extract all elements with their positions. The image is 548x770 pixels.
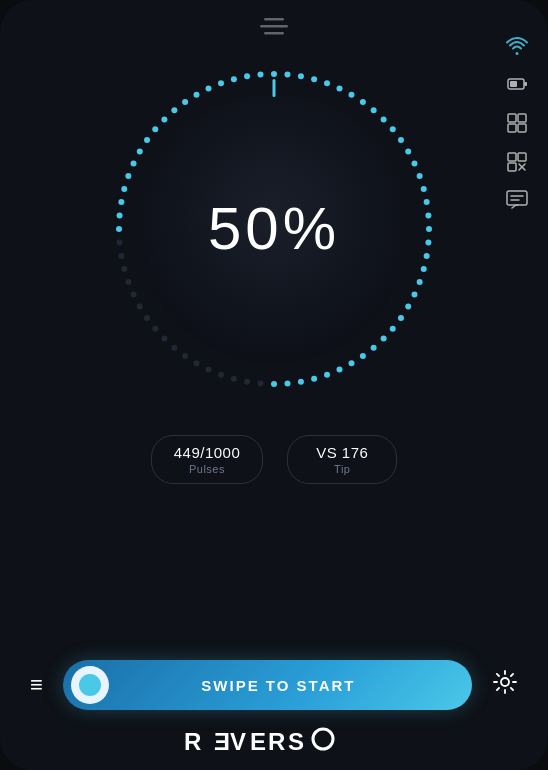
svg-point-47 [285,72,291,78]
svg-rect-8 [508,124,516,132]
svg-point-44 [244,73,250,79]
percent-display: 50% [208,199,340,259]
top-center-icon [260,18,288,41]
svg-point-39 [182,99,188,105]
svg-point-41 [205,86,211,92]
menu-icon[interactable]: ≡ [30,674,43,696]
svg-point-71 [398,315,404,321]
svg-point-73 [381,336,387,342]
svg-point-37 [161,116,167,122]
svg-point-51 [337,86,343,92]
svg-point-65 [425,240,431,246]
svg-point-53 [360,99,366,105]
svg-point-68 [417,279,423,285]
svg-point-21 [144,315,150,321]
svg-text:E: E [214,728,230,755]
svg-point-69 [411,292,417,298]
info-row: 449/1000 Pulses VS 176 Tip [151,435,398,484]
percent-value: 50 [208,195,283,262]
top-bar [0,0,548,49]
svg-point-79 [311,376,317,382]
svg-point-81 [285,380,291,386]
svg-point-20 [152,326,158,332]
svg-rect-6 [508,114,516,122]
cross-icon[interactable] [506,151,528,176]
tip-value: VS 176 [316,444,368,461]
swipe-toggle [71,666,109,704]
svg-point-80 [298,379,304,385]
pulses-value: 449/1000 [174,444,241,461]
bottom-bar: ≡ SWIPE TO START [0,660,548,710]
svg-point-74 [371,345,377,351]
svg-point-26 [118,253,124,259]
svg-point-35 [144,137,150,143]
svg-point-48 [298,73,304,79]
knob-inner: 50% [139,94,409,364]
message-icon[interactable] [506,190,528,213]
svg-point-54 [371,107,377,113]
svg-point-98 [313,729,333,749]
svg-point-91 [501,678,509,686]
svg-rect-2 [264,32,284,35]
svg-point-90 [171,345,177,351]
svg-point-31 [121,186,127,192]
svg-rect-12 [508,163,516,171]
svg-rect-7 [518,114,526,122]
logo-svg: R E V E R S [184,726,364,756]
grid-icon[interactable] [506,112,528,137]
svg-point-45 [257,72,263,78]
svg-rect-15 [507,191,527,205]
battery-icon[interactable] [506,73,528,98]
svg-point-27 [117,240,123,246]
svg-point-82 [271,381,277,387]
svg-point-86 [218,372,224,378]
svg-point-57 [398,137,404,143]
logo-area: R E V E R S [0,726,548,756]
tip-badge: VS 176 Tip [287,435,397,484]
tip-label: Tip [334,463,350,475]
svg-point-50 [324,80,330,86]
svg-point-60 [417,173,423,179]
knob-container[interactable]: 50% [104,59,444,399]
svg-point-67 [421,266,427,272]
svg-rect-0 [264,18,284,21]
svg-point-88 [194,360,200,366]
svg-point-75 [360,353,366,359]
logo: R E V E R S [184,726,364,756]
svg-point-76 [349,360,355,366]
svg-point-63 [425,212,431,218]
swipe-toggle-inner [79,674,101,696]
svg-rect-1 [260,25,288,28]
svg-point-33 [131,160,137,166]
svg-rect-9 [518,124,526,132]
svg-point-61 [421,186,427,192]
svg-rect-5 [510,81,517,87]
svg-point-19 [161,336,167,342]
svg-point-49 [311,76,317,82]
svg-point-34 [137,149,143,155]
svg-point-46 [271,71,277,77]
svg-point-62 [424,199,430,205]
pulses-label: Pulses [189,463,225,475]
pulses-badge: 449/1000 Pulses [151,435,264,484]
svg-point-40 [194,92,200,98]
wifi-icon[interactable] [506,36,528,59]
svg-text:V: V [230,728,252,755]
svg-point-25 [121,266,127,272]
knob-tick [273,79,276,97]
svg-point-23 [131,292,137,298]
svg-point-87 [205,366,211,372]
svg-point-77 [337,366,343,372]
device-container: 50% 449/1000 Pulses VS 176 Tip ≡ SWIPE T… [0,0,548,770]
swipe-button[interactable]: SWIPE TO START [63,660,472,710]
svg-point-85 [231,376,237,382]
svg-point-64 [426,226,432,232]
svg-point-84 [244,379,250,385]
svg-point-59 [411,160,417,166]
svg-point-30 [118,199,124,205]
svg-point-55 [381,116,387,122]
svg-rect-4 [524,82,527,86]
right-icons-panel [506,36,528,213]
settings-icon[interactable] [492,669,518,701]
svg-point-70 [405,304,411,310]
